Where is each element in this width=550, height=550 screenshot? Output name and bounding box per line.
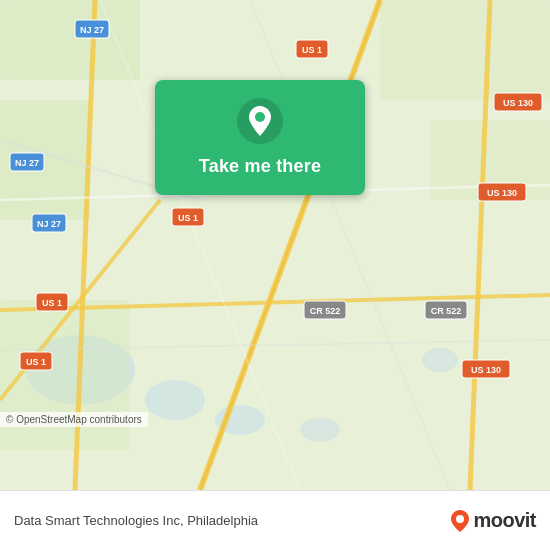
location-card: Take me there: [155, 80, 365, 195]
svg-point-2: [145, 380, 205, 420]
svg-text:US 130: US 130: [471, 365, 501, 375]
info-bar: Data Smart Technologies Inc, Philadelphi…: [0, 490, 550, 550]
svg-text:NJ 27: NJ 27: [80, 25, 104, 35]
svg-text:US 1: US 1: [178, 213, 198, 223]
svg-point-47: [255, 112, 265, 122]
svg-rect-8: [380, 0, 550, 100]
svg-text:NJ 27: NJ 27: [37, 219, 61, 229]
svg-text:NJ 27: NJ 27: [15, 158, 39, 168]
svg-text:CR 522: CR 522: [431, 306, 462, 316]
svg-text:US 1: US 1: [42, 298, 62, 308]
map-container: NJ 27 NJ 27 NJ 27 US 1 US 1 US 1 US 1 US…: [0, 0, 550, 490]
moovit-pin-icon: [451, 510, 469, 532]
map-attribution: © OpenStreetMap contributors: [0, 412, 148, 427]
svg-text:US 130: US 130: [487, 188, 517, 198]
take-me-there-button[interactable]: Take me there: [199, 154, 321, 179]
svg-text:CR 522: CR 522: [310, 306, 341, 316]
svg-text:US 130: US 130: [503, 98, 533, 108]
moovit-logo: moovit: [451, 509, 536, 532]
svg-point-5: [422, 348, 458, 372]
location-pin-icon: [237, 98, 283, 144]
svg-point-4: [300, 418, 340, 442]
location-label: Data Smart Technologies Inc, Philadelphi…: [14, 513, 258, 528]
svg-rect-6: [0, 0, 140, 80]
svg-text:US 1: US 1: [302, 45, 322, 55]
svg-text:US 1: US 1: [26, 357, 46, 367]
moovit-brand-text: moovit: [473, 509, 536, 532]
svg-point-48: [456, 515, 464, 523]
